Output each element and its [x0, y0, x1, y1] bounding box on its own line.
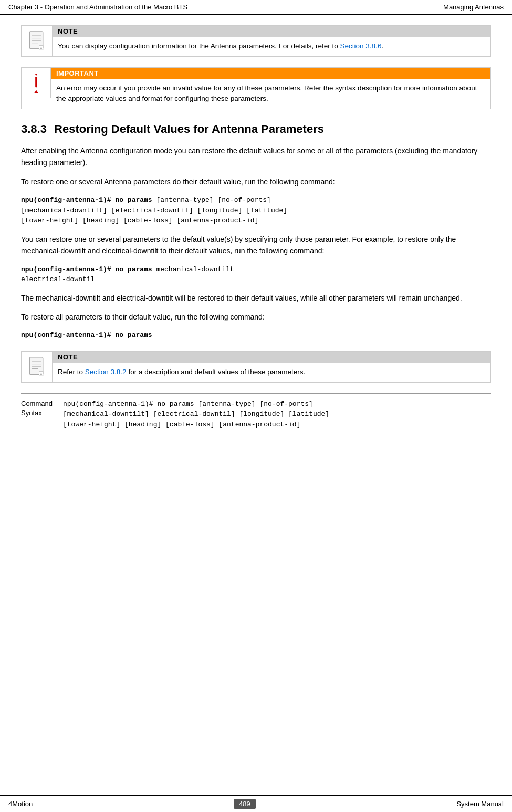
page-footer: 4Motion 489 System Manual — [0, 795, 512, 812]
code-block-1: npu(config-antenna-1)# no params [antenn… — [21, 195, 491, 226]
important-icon — [33, 73, 40, 93]
body-text-5: To restore all parameters to their defau… — [21, 311, 491, 323]
cmd-syntax-table: Command Syntax npu(config-antenna-1)# no… — [21, 393, 491, 430]
footer-page-number: 489 — [234, 799, 256, 809]
code1-bold: npu(config-antenna-1)# no params — [21, 196, 152, 204]
note-box-2: NOTE Refer to Section 3.8.2 for a descri… — [21, 351, 491, 383]
page-header: Chapter 3 - Operation and Administration… — [0, 0, 512, 15]
code-block-2: npu(config-antenna-1)# no params mechani… — [21, 264, 491, 285]
cmd-syntax-label: Command Syntax — [21, 399, 63, 430]
body-text-2: To restore one or several Antenna parame… — [21, 176, 491, 188]
note-header-1: NOTE — [53, 26, 490, 37]
code3-content: npu(config-antenna-1)# no params — [21, 331, 152, 339]
body-text-4: The mechanical-downtilt and electrical-d… — [21, 292, 491, 304]
section-number: 3.8.3 — [21, 122, 47, 136]
section-heading: 3.8.3 Restoring Default Values for Anten… — [21, 122, 491, 137]
header-left: Chapter 3 - Operation and Administration… — [8, 3, 187, 11]
note2-link[interactable]: Section 3.8.2 — [85, 368, 127, 376]
section-title: Restoring Default Values for Antenna Par… — [54, 122, 324, 136]
svg-marker-9 — [34, 90, 38, 93]
note-icon-2 — [28, 357, 46, 377]
note-header-2: NOTE — [53, 352, 490, 363]
note1-link[interactable]: Section 3.8.6 — [340, 42, 382, 50]
note-icon-cell-2 — [22, 352, 53, 382]
important-body: An error may occur if you provide an inv… — [51, 79, 490, 109]
note-icon-1 — [28, 31, 46, 51]
code-block-3: npu(config-antenna-1)# no params — [21, 330, 491, 341]
body-text-1: After enabling the Antenna configuration… — [21, 145, 491, 169]
important-icon-cell — [22, 68, 51, 98]
header-right: Managing Antennas — [443, 3, 504, 11]
body-text-3: You can restore one or several parameter… — [21, 233, 491, 257]
svg-rect-7 — [35, 74, 37, 76]
note-content-1: NOTE You can display configuration infor… — [53, 26, 490, 56]
cmd-syntax-content: npu(config-antenna-1)# no params [antenn… — [63, 399, 491, 430]
note-content-2: NOTE Refer to Section 3.8.2 for a descri… — [53, 352, 490, 382]
note-body-2: Refer to Section 3.8.2 for a description… — [53, 363, 490, 382]
important-header: IMPORTANT — [51, 68, 490, 79]
main-content: NOTE You can display configuration infor… — [0, 15, 512, 471]
note-icon-cell-1 — [22, 26, 53, 56]
footer-left: 4Motion — [8, 800, 33, 808]
important-content: IMPORTANT An error may occur if you prov… — [51, 68, 490, 109]
svg-rect-8 — [35, 77, 37, 87]
important-box: IMPORTANT An error may occur if you prov… — [21, 67, 491, 109]
note-body-1: You can display configuration informatio… — [53, 37, 490, 56]
note-box-1: NOTE You can display configuration infor… — [21, 25, 491, 57]
cmd-syntax-bold: npu(config-antenna-1)# no params — [63, 400, 194, 408]
footer-right: System Manual — [456, 800, 504, 808]
